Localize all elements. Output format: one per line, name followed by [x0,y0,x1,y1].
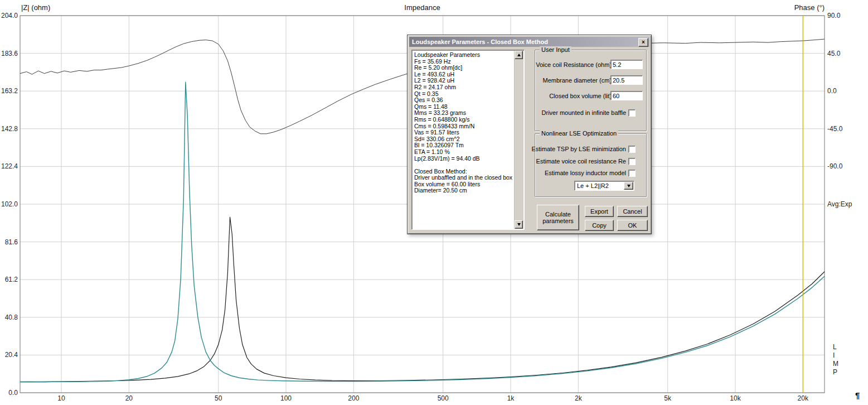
loudspeaker-parameters-dialog: Loudspeaker Parameters - Closed Box Meth… [407,35,652,234]
lse-optimization-group: Nonlinear LSE Optimization Estimate TSP … [535,133,647,197]
freq-tick-label: 200 [348,394,359,402]
inductor-model-value: Le + L2||R2 [577,182,609,189]
z-tick-label: 102.0 [0,200,18,208]
estimate-inductor-label: Estimate lossy inductor model [545,170,626,176]
chevron-down-icon [627,185,631,187]
pilcrow-marker: ¶ [855,390,860,400]
voice-coil-resistance-input[interactable] [610,60,643,69]
dialog-titlebar[interactable]: Loudspeaker Parameters - Closed Box Meth… [409,37,649,47]
infinite-baffle-checkbox[interactable] [628,109,636,117]
estimate-tsp-label: Estimate TSP by LSE minimization [531,146,626,152]
freq-tick-label: 100 [280,394,292,402]
voice-coil-resistance-label: Voice coil Resistance (ohm) [536,61,612,68]
freq-tick-label: 20 [125,394,133,402]
dropdown-button[interactable] [624,182,633,190]
phase-tick-label: -90.0 [827,162,842,170]
estimate-re-checkbox[interactable] [628,158,636,165]
z-tick-label: 81.6 [0,238,18,246]
freq-tick-label: 1k [507,394,515,402]
phase-tick-label: -45.0 [827,125,842,133]
cancel-button[interactable]: Cancel [617,206,648,217]
averaging-mode-label: Avg:Exp [827,200,852,208]
parameters-text: Loudspeaker Parameters Fs = 35.69 Hz Re … [414,52,514,228]
copy-button[interactable]: Copy [585,220,614,231]
scroll-up-button[interactable] [515,51,523,59]
freq-tick-label: 50 [215,394,222,402]
limp-watermark: L I M P [833,343,838,377]
phase-tick-label: 90.0 [827,12,840,20]
z-tick-label: 122.4 [0,162,18,170]
lse-legend: Nonlinear LSE Optimization [540,130,618,137]
user-input-group: User Input Voice coil Resistance (ohm) M… [535,50,647,131]
z-tick-label: 204.0 [0,12,18,20]
phase-tick-label: 0.0 [827,87,837,95]
ok-button[interactable]: OK [617,220,648,231]
z-tick-label: 183.6 [0,50,18,57]
parameters-textbox[interactable]: Loudspeaker Parameters Fs = 35.69 Hz Re … [411,50,525,230]
arrow-down-icon [517,223,521,226]
parameters-scrollbar[interactable] [514,51,523,229]
z-tick-label: 0.0 [0,389,18,397]
scroll-down-button[interactable] [515,220,523,229]
calculate-parameters-button[interactable]: Calculate parameters [537,205,579,230]
closed-box-volume-input[interactable] [610,91,643,100]
arrow-up-icon [517,54,521,56]
freq-tick-label: 10 [57,394,65,402]
infinite-baffle-label: Driver mounted in infinite baffle [542,109,626,116]
membrane-diameter-input[interactable] [610,75,643,85]
dialog-title: Loudspeaker Parameters - Closed Box Meth… [412,38,548,45]
z-tick-label: 20.4 [0,351,18,359]
z-tick-label: 40.8 [0,314,18,321]
z-tick-label: 142.8 [0,125,18,133]
close-icon[interactable]: × [638,38,648,47]
membrane-diameter-label: Membrane diameter (cm) [543,77,612,84]
estimate-inductor-checkbox[interactable] [628,170,636,177]
freq-tick-label: 10k [730,394,740,402]
user-input-legend: User Input [540,46,571,53]
inductor-model-dropdown[interactable]: Le + L2||R2 [574,181,634,191]
freq-tick-label: 2k [575,394,582,402]
freq-tick-label: 20k [798,394,808,402]
estimate-tsp-checkbox[interactable] [628,146,636,153]
freq-tick-label: 5k [664,394,671,402]
estimate-re-label: Estimate voice coil resistance Re [536,158,626,165]
closed-box-volume-label: Closed box volume (lit) [549,93,612,99]
freq-tick-label: 500 [438,394,449,402]
phase-tick-label: 45.0 [827,50,840,57]
z-tick-label: 61.2 [0,276,18,283]
export-button[interactable]: Export [585,206,614,217]
z-tick-label: 163.2 [0,87,18,95]
